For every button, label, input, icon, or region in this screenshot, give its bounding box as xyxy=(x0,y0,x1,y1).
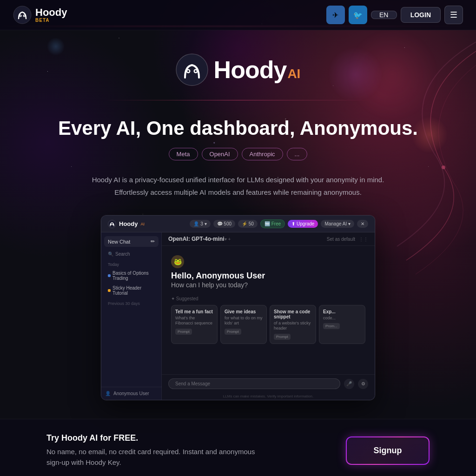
preview-card-2: Give me ideas for what to do on my kids'… xyxy=(220,305,267,344)
menu-icon: ☰ xyxy=(450,10,457,20)
hero-ai-suffix: AI xyxy=(287,66,300,81)
nav-actions: ✈ 🐦 EN LOGIN ☰ xyxy=(326,6,463,24)
preview-chat-area: 🐸 Hello, Anonymous User How can I help y… xyxy=(162,246,375,374)
preview-titlebar: Hoody AI 👤 3 ▾ 💬 500 ⚡ 50 🆓 Free ⬆ Upgra… xyxy=(101,216,375,232)
cta-subtitle: No name, no email, no credit card requir… xyxy=(46,447,270,468)
preview-card-3: Show me a code snippet of a website's st… xyxy=(270,305,316,344)
preview-how-text: How can I help you today? xyxy=(171,281,365,289)
preview-logo: Hoody AI xyxy=(108,220,145,228)
svg-point-12 xyxy=(187,70,189,72)
preview-anon-footer: 👤 Anonymous User xyxy=(101,387,162,400)
language-button[interactable]: EN xyxy=(371,11,397,19)
preview-search: 🔍 Search xyxy=(104,250,159,258)
hero-logo-icon xyxy=(176,53,208,86)
svg-point-14 xyxy=(108,220,116,228)
signup-button[interactable]: Signup xyxy=(346,436,430,465)
svg-point-4 xyxy=(13,6,31,24)
preview-ctrl-tokens1: 💬 500 xyxy=(213,220,235,228)
cta-title-strong: Try Hoody AI for FREE. xyxy=(46,433,138,443)
tag-meta: Meta xyxy=(169,148,198,160)
preview-model-name: OpenAI: GPT-4o-mini xyxy=(168,236,225,242)
svg-point-7 xyxy=(20,15,21,16)
navbar: Hoody BETA ✈ 🐦 EN LOGIN ☰ xyxy=(0,0,476,30)
hero-brand-name: Hoody xyxy=(214,56,287,84)
preview-ctrl-close: ✕ xyxy=(357,220,368,228)
preview-greeting-icon: 🐸 xyxy=(171,255,184,268)
telegram-icon: ✈ xyxy=(332,11,338,20)
app-preview: Hoody AI 👤 3 ▾ 💬 500 ⚡ 50 🆓 Free ⬆ Upgra… xyxy=(101,215,375,400)
preview-ctrl-upgrade: ⬆ Upgrade xyxy=(288,220,318,228)
preview-ctrl-users: 👤 3 ▾ xyxy=(190,220,210,228)
preview-ai-suffix: AI xyxy=(140,222,145,226)
svg-point-13 xyxy=(195,70,197,72)
preview-chat-item-1: Basics of Options Trading xyxy=(104,269,159,283)
svg-point-9 xyxy=(176,54,208,86)
preview-sidebar: New Chat ✏ 🔍 Search Today Basics of Opti… xyxy=(101,232,162,400)
preview-mic-button: 🎤 xyxy=(344,379,354,389)
preview-controls: 👤 3 ▾ 💬 500 ⚡ 50 🆓 Free ⬆ Upgrade Manage… xyxy=(190,219,368,228)
preview-30days-label: Previous 30 days xyxy=(104,298,159,307)
tag-anthropic: Anthropic xyxy=(242,148,283,160)
tag-more: ... xyxy=(287,148,308,160)
preview-sidebar-wrapper: New Chat ✏ 🔍 Search Today Basics of Opti… xyxy=(101,232,162,400)
cta-section: Try Hoody AI for FREE. No name, no email… xyxy=(0,419,476,476)
preview-today-label: Today xyxy=(104,262,159,267)
preview-chat-item-2: Sticky Header Tutorial xyxy=(104,284,159,298)
preview-card-1: Tell me a fun fact What's the Fibonacci … xyxy=(171,305,218,344)
hero-description: Hoody AI is a privacy-focused unified in… xyxy=(92,173,384,198)
cta-text: Try Hoody AI for FREE. No name, no email… xyxy=(46,433,270,468)
svg-point-15 xyxy=(111,224,112,225)
preview-logo-icon xyxy=(108,220,116,228)
tag-openai: OpenAI xyxy=(202,148,238,160)
hero-divider xyxy=(103,100,373,100)
hero-logo: Hoody AI xyxy=(176,53,301,86)
preview-main: OpenAI: GPT-4o-mini ▾ + Set as default ⋮… xyxy=(162,232,375,400)
hero-section: Hoody AI Every AI, One dashboard, Anonym… xyxy=(0,30,476,414)
preview-brand-name: Hoody xyxy=(119,220,138,227)
preview-model-bar: OpenAI: GPT-4o-mini ▾ + Set as default ⋮… xyxy=(162,232,375,246)
preview-disclaimer: LLMs can make mistakes. Verify important… xyxy=(162,393,375,400)
preview-set-default: Set as default xyxy=(327,237,355,242)
preview-ctrl-manage: Manage AI ▾ xyxy=(321,220,354,228)
svg-point-8 xyxy=(24,15,25,16)
nav-logo-text: Hoody BETA xyxy=(35,7,67,23)
hero-headline: Every AI, One dashboard, Anonymous. xyxy=(58,117,418,139)
preview-message-input[interactable]: Send a Message xyxy=(168,378,340,389)
preview-settings-button: ⚙ xyxy=(358,379,368,389)
hoody-logo-icon xyxy=(13,6,32,24)
nav-logo: Hoody BETA xyxy=(13,6,67,24)
twitter-icon: 🐦 xyxy=(353,11,363,20)
cta-title: Try Hoody AI for FREE. xyxy=(46,433,270,443)
nav-brand-name: Hoody xyxy=(35,7,67,18)
preview-hello-text: Hello, Anonymous User xyxy=(171,271,365,281)
telegram-button[interactable]: ✈ xyxy=(326,6,345,24)
preview-new-chat: New Chat ✏ xyxy=(104,236,159,247)
hero-description-line1: Hoody AI is a privacy-focused unified in… xyxy=(92,176,384,184)
preview-suggested-label: ✦ Suggested xyxy=(171,296,365,301)
hero-brand-title: Hoody AI xyxy=(214,56,301,84)
preview-ctrl-tokens2: ⚡ 50 xyxy=(238,220,258,228)
menu-button[interactable]: ☰ xyxy=(444,6,463,24)
twitter-button[interactable]: 🐦 xyxy=(349,6,367,24)
preview-greeting: 🐸 Hello, Anonymous User How can I help y… xyxy=(171,255,365,289)
preview-ctrl-plan: 🆓 Free xyxy=(260,219,285,228)
preview-suggestion-cards: Tell me a fun fact What's the Fibonacci … xyxy=(171,305,365,344)
hero-tags: Meta OpenAI Anthropic ... xyxy=(169,148,308,160)
nav-beta-badge: BETA xyxy=(35,18,67,23)
login-button[interactable]: LOGIN xyxy=(401,7,441,23)
preview-input-area: Send a Message 🎤 ⚙ xyxy=(162,374,375,393)
hero-description-line2: Effortlessly access multiple AI models a… xyxy=(114,188,362,196)
preview-content: New Chat ✏ 🔍 Search Today Basics of Opti… xyxy=(101,232,375,400)
svg-point-16 xyxy=(112,224,114,225)
preview-card-4: Exp... code... Prom... xyxy=(319,305,365,344)
